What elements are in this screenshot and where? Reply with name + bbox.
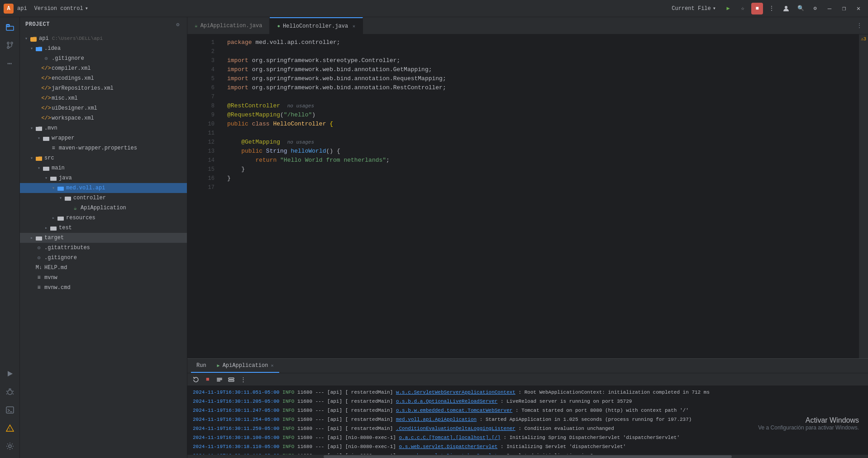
code-line-12: @GetMapping no usages <box>227 138 850 147</box>
tree-label-encodings-xml: encodings.xml <box>52 75 94 82</box>
svg-rect-24 <box>50 227 57 231</box>
current-file-label: Current File <box>672 5 711 12</box>
icon-bar-top: ⋯ <box>2 19 18 366</box>
sidebar-tree[interactable]: ▾ api C:\Users\DELL\api ▾ .idea ▸ ⊙ .git… <box>20 32 187 458</box>
tree-label-mvn: .mvn <box>44 125 57 131</box>
tree-item-encodings-xml[interactable]: ▸ </> encodings.xml <box>20 73 187 83</box>
search-button[interactable]: 🔍 <box>795 3 806 14</box>
more-tools-icon[interactable]: ⋯ <box>2 55 18 72</box>
close-button[interactable]: ✕ <box>853 3 864 14</box>
current-file-dropdown[interactable]: Current File ▾ <box>668 4 720 13</box>
settings-bottom-icon[interactable] <box>2 438 18 454</box>
tree-item-main[interactable]: ▾ main <box>20 163 187 173</box>
tree-item-api-application[interactable]: ▸ ☕ ApiApplication <box>20 203 187 213</box>
sidebar-settings-icon[interactable]: ⚙ <box>174 21 181 28</box>
tree-item-misc-xml[interactable]: ▸ </> misc.xml <box>20 93 187 103</box>
tree-label-help-md: HELP.md <box>44 265 67 271</box>
tree-item-resources[interactable]: ▸ resources <box>20 213 187 223</box>
settings-run-button[interactable] <box>226 375 236 385</box>
stop-button[interactable]: ■ <box>751 3 763 14</box>
tree-item-uidesigner-xml[interactable]: ▸ </> uiDesigner.xml <box>20 103 187 113</box>
tree-item-java[interactable]: ▾ java <box>20 173 187 183</box>
version-control-btn[interactable]: Version control ▾ <box>31 4 92 13</box>
bottom-tab-run[interactable]: Run <box>191 359 212 373</box>
sidebar-project-icon[interactable] <box>2 19 18 35</box>
tree-item-maven-wrapper[interactable]: ▸ ≡ maven-wrapper.properties <box>20 143 187 153</box>
bookmark-button[interactable]: ☆ <box>737 3 749 14</box>
tabs-overflow-button[interactable]: ⋮ <box>851 22 868 29</box>
bottom-scrollbar-thumb[interactable] <box>324 455 732 458</box>
tree-item-workspace-xml[interactable]: ▸ </> workspace.xml <box>20 113 187 123</box>
git-icon[interactable] <box>2 37 18 53</box>
settings-button[interactable]: ⚙ <box>809 3 821 14</box>
tab-hello-controller[interactable]: ● HelloController.java ✕ <box>270 17 363 34</box>
tree-item-api[interactable]: ▾ api C:\Users\DELL\api <box>20 34 187 43</box>
run-configs-icon[interactable] <box>2 366 18 382</box>
console-output[interactable]: 2024-11-19T16:30:11.051-05:00 INFO 11680… <box>187 386 868 454</box>
dump-threads-button[interactable] <box>215 375 224 385</box>
code-line-10: public class HelloController { <box>227 120 850 129</box>
more-options-button[interactable]: ⋮ <box>766 3 777 14</box>
sidebar-header: Project ⚙ <box>20 17 187 32</box>
bottom-scrollbar[interactable] <box>187 454 868 458</box>
bottom-tab-close[interactable]: ✕ <box>271 363 273 368</box>
tree-item-mvn[interactable]: ▾ .mvn <box>20 123 187 133</box>
tree-item-target[interactable]: ▸ target <box>20 233 187 243</box>
scrollbar-gutter: ⚠3 <box>859 34 868 358</box>
stop-run-button[interactable]: ■ <box>203 375 213 385</box>
tree-item-jar-xml[interactable]: ▸ </> jarRepositories.xml <box>20 83 187 93</box>
log-line-7: 2024-11-19T16:30:18.110-05:00 INFO 11680… <box>187 442 868 451</box>
tab-hello-controller-close[interactable]: ✕ <box>353 24 355 29</box>
code-line-4: import org.springframework.web.bind.anno… <box>227 65 850 74</box>
bottom-tab-app[interactable]: ▶ ApiApplication ✕ <box>212 359 279 373</box>
debug-icon[interactable] <box>2 384 18 400</box>
tree-item-controller[interactable]: ▾ controller <box>20 193 187 203</box>
warning-indicator: ⚠3 <box>859 35 868 43</box>
svg-text:!: ! <box>9 427 11 431</box>
code-editor[interactable]: 1 2 3 4 5 6 7 8 9 10 11 12 13 14 15 16 1 <box>187 34 868 358</box>
svg-rect-29 <box>229 378 234 379</box>
tree-item-med-voll-api[interactable]: ▾ med.voll.api <box>20 183 187 193</box>
sidebar-title: Project <box>25 21 50 28</box>
main-layout: ⋯ ! Project ⚙ <box>0 17 868 458</box>
chevron-down-icon: ▾ <box>85 5 88 12</box>
svg-point-9 <box>8 390 12 395</box>
log-line-3: 2024-11-19T16:30:11.247-05:00 INFO 11680… <box>187 406 868 415</box>
more-run-button[interactable]: ⋮ <box>238 375 248 385</box>
profile-button[interactable] <box>780 3 792 14</box>
tree-item-mvnw[interactable]: ▸ ≡ mvnw <box>20 273 187 283</box>
code-line-15: } <box>227 165 850 174</box>
svg-rect-22 <box>65 197 71 201</box>
tree-label-mvnw-cmd: mvnw.cmd <box>44 284 71 291</box>
chevron-down-icon: ▾ <box>713 5 716 12</box>
tree-label-api: api C:\Users\DELL\api <box>39 35 103 42</box>
minimize-button[interactable]: — <box>824 3 835 14</box>
tree-item-gitattributes[interactable]: ▸ ⊙ .gitattributes <box>20 243 187 253</box>
tree-item-mvnw-cmd[interactable]: ▸ ≡ mvnw.cmd <box>20 283 187 293</box>
line-numbers: 1 2 3 4 5 6 7 8 9 10 11 12 13 14 15 16 1 <box>196 34 220 358</box>
tree-item-idea[interactable]: ▾ .idea <box>20 43 187 53</box>
tree-item-gitignore1[interactable]: ▸ ⊙ .gitignore <box>20 53 187 63</box>
tab-api-application[interactable]: ☕ ApiApplication.java <box>187 17 270 34</box>
bottom-panel: Run ▶ ApiApplication ✕ ■ <box>187 358 868 458</box>
problems-icon[interactable]: ! <box>2 420 18 436</box>
restart-button[interactable] <box>191 375 201 385</box>
tree-item-test[interactable]: ▸ test <box>20 223 187 233</box>
code-line-6: import org.springframework.web.bind.anno… <box>227 83 850 92</box>
tree-item-compiler-xml[interactable]: ▸ </> compiler.xml <box>20 63 187 73</box>
tree-label-java: java <box>59 175 72 181</box>
code-content[interactable]: package med.voll.api.controller; import … <box>220 34 857 358</box>
tree-item-gitignore2[interactable]: ▸ ⊙ .gitignore <box>20 253 187 263</box>
tabs-bar: ☕ ApiApplication.java ● HelloController.… <box>187 17 868 34</box>
code-line-11 <box>227 129 850 138</box>
tree-item-help-md[interactable]: ▸ M↓ HELP.md <box>20 263 187 273</box>
project-label: api <box>17 5 27 12</box>
svg-rect-23 <box>57 217 64 221</box>
tree-item-src[interactable]: ▾ src <box>20 153 187 163</box>
tree-item-wrapper[interactable]: ▾ wrapper <box>20 133 187 143</box>
run-button[interactable]: ▶ <box>722 3 734 14</box>
restore-button[interactable]: ❐ <box>838 3 850 14</box>
svg-point-13 <box>9 445 11 448</box>
terminal-icon[interactable] <box>2 402 18 418</box>
svg-point-4 <box>7 42 9 44</box>
